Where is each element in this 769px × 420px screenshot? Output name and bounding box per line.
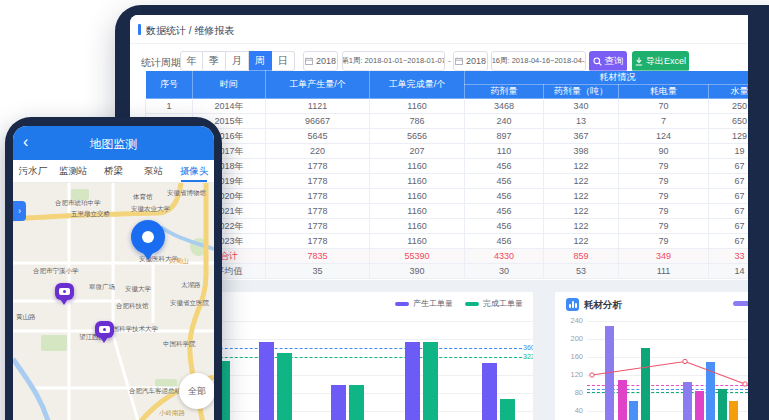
phone-tab[interactable]: 泵站 [134, 160, 174, 182]
legend-item[interactable]: 完成工单量 [465, 298, 523, 309]
sub-column-header: 药剂量 [465, 85, 544, 99]
period-option[interactable]: 年 [180, 51, 203, 71]
table-cell: 30 [465, 264, 544, 279]
stage: 数据统计 / 维修报表 统计周期: 年季月周日 2018 第1周: 2018-0… [0, 0, 769, 420]
table-cell: 79 [619, 204, 709, 219]
search-icon [593, 57, 602, 66]
search-button[interactable]: 查询 [589, 51, 627, 72]
table-cell: 1121 [266, 99, 370, 114]
table-cell: 110 [465, 144, 544, 159]
desktop-screen: 数据统计 / 维修报表 统计周期: 年季月周日 2018 第1周: 2018-0… [130, 15, 748, 420]
table-cell: 67 [709, 174, 749, 189]
map-poi-label: 体育馆 [133, 193, 153, 202]
table-cell: 70 [619, 99, 709, 114]
map-poi-label: 安徽省立医院 [170, 299, 209, 308]
start-week-field[interactable]: 第1周: 2018-01-01~2018-01-07 [342, 51, 445, 71]
map-poi-label: 太湖路 [181, 281, 201, 290]
panel-expand-button[interactable]: › [13, 201, 26, 221]
end-year-select[interactable]: 2018 [453, 51, 488, 71]
table-cell: 122 [544, 159, 619, 174]
table-cell: 122 [544, 219, 619, 234]
table-cell: 240 [465, 114, 544, 129]
table-cell: 1778 [266, 189, 370, 204]
map-view[interactable]: 合肥市琥珀中学体育馆安徽农业大学安徽省博物馆五里墩立交桥安徽医科大学合肥市宁溪小… [13, 183, 214, 420]
table-row: 52018年177811604561227967 [146, 159, 749, 174]
end-week-field[interactable]: 第16周: 2018-04-16~2018-04-22 [491, 51, 586, 71]
table-cell: 5645 [266, 129, 370, 144]
map-poi-label: 五里墩立交桥 [71, 210, 110, 219]
period-option[interactable]: 月 [226, 51, 249, 71]
map-poi-label: 小岭南路 [159, 409, 185, 418]
table-cell: 124 [619, 129, 709, 144]
reference-line-label: 323 [523, 353, 533, 361]
table-cell: 367 [544, 129, 619, 144]
selected-camera-marker[interactable] [131, 220, 165, 254]
table-cell: 79 [619, 174, 709, 189]
map-poi-label: 大蜀山 [169, 257, 189, 266]
sub-column-header: 水量 [709, 85, 749, 99]
table-cell: 1160 [370, 159, 465, 174]
table-cell: 67 [709, 234, 749, 249]
table-cell: 67 [709, 219, 749, 234]
column-header: 工单完成量/个 [370, 71, 465, 99]
table-cell: 250 [709, 99, 749, 114]
bar [277, 353, 292, 420]
phone-screen: ‹ 地图监测 污水厂监测站桥梁泵站摄像头 [13, 126, 214, 420]
bar [349, 385, 364, 420]
bar [423, 342, 438, 420]
camera-marker-icon[interactable] [55, 283, 74, 300]
phone-tab[interactable]: 污水厂 [13, 160, 53, 182]
table-cell: 122 [544, 204, 619, 219]
sub-column-header: 药剂量（吨） [544, 85, 619, 99]
table-cell: 456 [465, 204, 544, 219]
table-row: 82021年177811604561227967 [146, 204, 749, 219]
table-cell: 79 [619, 159, 709, 174]
show-all-button[interactable]: 全部 [179, 373, 214, 409]
sub-column-header: 耗电量 [619, 85, 709, 99]
range-separator: - [448, 56, 451, 66]
trend-line [555, 292, 748, 420]
bar [405, 342, 420, 420]
bar [482, 363, 497, 420]
legend-item[interactable]: 产生工单量 [395, 298, 453, 309]
phone-tab[interactable]: 桥梁 [93, 160, 133, 182]
phone-tab[interactable]: 摄像头 [174, 160, 214, 182]
table-cell: 5656 [370, 129, 465, 144]
export-excel-button[interactable]: 导出Excel [632, 51, 689, 72]
table-cell: 340 [544, 99, 619, 114]
map-poi-label: 合肥汽车客运总站 [129, 387, 181, 396]
column-header: 工单产生量/个 [266, 71, 370, 99]
table-cell: 456 [465, 234, 544, 249]
table-cell: 19 [709, 144, 749, 159]
table-cell: 90 [619, 144, 709, 159]
table-cell: 33 [709, 249, 749, 264]
table-cell: 390 [370, 264, 465, 279]
period-option[interactable]: 日 [272, 51, 295, 71]
report-table-wrap: 序号时间工单产生量/个工单完成量/个耗材情况药剂量药剂量（吨）耗电量水量1201… [145, 70, 748, 279]
search-button-label: 查询 [605, 55, 624, 68]
period-segment: 年季月周日 [180, 51, 295, 71]
period-option[interactable]: 季 [203, 51, 226, 71]
map-poi-label: 翠微广场 [89, 283, 115, 292]
map-poi-label: 安徽大学 [125, 285, 151, 294]
period-option[interactable]: 周 [249, 51, 272, 71]
table-cell: 122 [544, 174, 619, 189]
legend-label: 产生工单量 [413, 298, 453, 309]
table-cell: 220 [266, 144, 370, 159]
column-header: 时间 [193, 71, 266, 99]
camera-marker-icon[interactable] [95, 321, 114, 338]
table-cell: 55390 [370, 249, 465, 264]
calendar-icon [455, 57, 463, 65]
table-row: 92022年177811604561227967 [146, 219, 749, 234]
phone-tab[interactable]: 监测站 [53, 160, 93, 182]
table-row: 合计783555390433085934933 [146, 249, 749, 264]
table-cell: 79 [619, 234, 709, 249]
breadcrumb-bar: 数据统计 / 维修报表 [130, 15, 748, 44]
table-cell: 398 [544, 144, 619, 159]
period-filter-label: 统计周期: [141, 56, 184, 70]
table-cell: 1160 [370, 174, 465, 189]
table-cell: 456 [465, 174, 544, 189]
breadcrumb-accent [138, 24, 141, 35]
start-year-select[interactable]: 2018 [303, 51, 338, 71]
table-cell: 122 [544, 189, 619, 204]
